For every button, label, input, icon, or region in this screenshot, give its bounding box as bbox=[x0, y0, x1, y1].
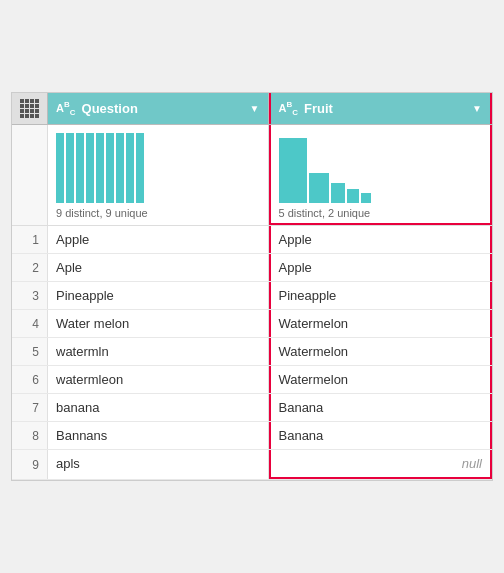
fruit-column-header[interactable]: ABC Fruit ▼ bbox=[269, 93, 493, 124]
fruit-bars bbox=[279, 133, 483, 203]
fruit-cell: Apple bbox=[269, 226, 493, 253]
table-row: 2ApleApple bbox=[12, 254, 492, 282]
row-number: 2 bbox=[12, 254, 48, 281]
fruit-cell: Watermelon bbox=[269, 366, 493, 393]
fruit-dropdown-icon[interactable]: ▼ bbox=[472, 103, 482, 114]
fruit-cell: Banana bbox=[269, 394, 493, 421]
question-cell: Water melon bbox=[48, 310, 269, 337]
row-number: 8 bbox=[12, 422, 48, 449]
question-type-icon: ABC bbox=[56, 100, 76, 117]
row-num-header bbox=[12, 93, 48, 124]
row-number: 7 bbox=[12, 394, 48, 421]
row-number: 5 bbox=[12, 338, 48, 365]
row-number: 3 bbox=[12, 282, 48, 309]
table-grid-icon bbox=[20, 99, 39, 118]
question-cell: watermln bbox=[48, 338, 269, 365]
histogram-row: 9 distinct, 9 unique 5 distinct, 2 uniqu… bbox=[12, 125, 492, 226]
fruit-cell: null bbox=[269, 450, 493, 479]
table-row: 4Water melonWatermelon bbox=[12, 310, 492, 338]
bar bbox=[136, 133, 144, 203]
question-histogram: 9 distinct, 9 unique bbox=[48, 125, 269, 225]
table-row: 1AppleApple bbox=[12, 226, 492, 254]
question-cell: watermleon bbox=[48, 366, 269, 393]
histogram-row-num bbox=[12, 125, 48, 225]
table-row: 5watermlnWatermelon bbox=[12, 338, 492, 366]
bar bbox=[56, 133, 64, 203]
fruit-histogram-label: 5 distinct, 2 unique bbox=[279, 207, 371, 219]
question-col-label: Question bbox=[82, 101, 138, 116]
question-cell: Aple bbox=[48, 254, 269, 281]
bar bbox=[126, 133, 134, 203]
row-number: 9 bbox=[12, 450, 48, 479]
fruit-cell: Banana bbox=[269, 422, 493, 449]
bar bbox=[66, 133, 74, 203]
bar bbox=[347, 189, 359, 203]
fruit-histogram: 5 distinct, 2 unique bbox=[269, 125, 493, 225]
question-cell: banana bbox=[48, 394, 269, 421]
bar bbox=[279, 138, 307, 203]
table-row: 6watermleonWatermelon bbox=[12, 366, 492, 394]
fruit-cell: Pineapple bbox=[269, 282, 493, 309]
bar bbox=[106, 133, 114, 203]
question-cell: Pineapple bbox=[48, 282, 269, 309]
bar bbox=[86, 133, 94, 203]
table-row: 8BannansBanana bbox=[12, 422, 492, 450]
bar bbox=[331, 183, 345, 203]
fruit-cell: Watermelon bbox=[269, 310, 493, 337]
question-histogram-label: 9 distinct, 9 unique bbox=[56, 207, 148, 219]
bar bbox=[309, 173, 329, 203]
fruit-col-label: Fruit bbox=[304, 101, 333, 116]
data-rows: 1AppleApple2ApleApple3PineapplePineapple… bbox=[12, 226, 492, 480]
bar bbox=[76, 133, 84, 203]
header-row: ABC Question ▼ ABC Fruit ▼ bbox=[12, 93, 492, 125]
question-cell: apls bbox=[48, 450, 269, 479]
question-bars bbox=[56, 133, 260, 203]
fruit-cell: Watermelon bbox=[269, 338, 493, 365]
bar bbox=[96, 133, 104, 203]
question-dropdown-icon[interactable]: ▼ bbox=[250, 103, 260, 114]
row-number: 4 bbox=[12, 310, 48, 337]
question-column-header[interactable]: ABC Question ▼ bbox=[48, 93, 269, 124]
row-number: 6 bbox=[12, 366, 48, 393]
row-number: 1 bbox=[12, 226, 48, 253]
bar bbox=[116, 133, 124, 203]
data-table: ABC Question ▼ ABC Fruit ▼ bbox=[11, 92, 493, 481]
table-row: 3PineapplePineapple bbox=[12, 282, 492, 310]
question-cell: Apple bbox=[48, 226, 269, 253]
fruit-cell: Apple bbox=[269, 254, 493, 281]
table-row: 9aplsnull bbox=[12, 450, 492, 480]
bar bbox=[361, 193, 371, 203]
fruit-type-icon: ABC bbox=[279, 100, 299, 117]
question-cell: Bannans bbox=[48, 422, 269, 449]
table-row: 7bananaBanana bbox=[12, 394, 492, 422]
